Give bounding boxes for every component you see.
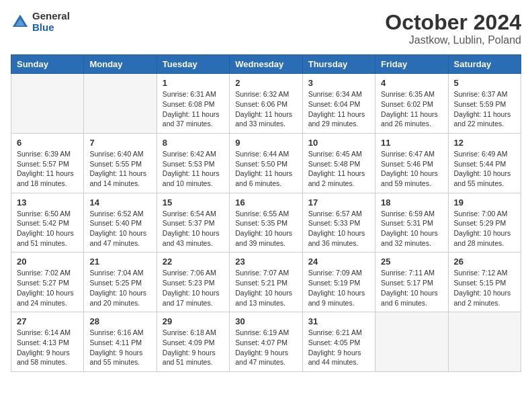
day-info: Sunrise: 6:44 AMSunset: 5:50 PMDaylight:… xyxy=(235,149,296,189)
day-number: 6 xyxy=(17,138,78,148)
day-info: Sunrise: 6:49 AMSunset: 5:44 PMDaylight:… xyxy=(454,149,515,189)
day-info: Sunrise: 6:52 AMSunset: 5:40 PMDaylight:… xyxy=(89,209,150,248)
day-info: Sunrise: 6:57 AMSunset: 5:33 PMDaylight:… xyxy=(308,209,369,248)
day-number: 25 xyxy=(381,257,442,267)
table-row: 10Sunrise: 6:45 AMSunset: 5:48 PMDayligh… xyxy=(302,133,375,193)
day-number: 5 xyxy=(454,78,515,88)
day-number: 1 xyxy=(163,78,224,88)
table-row: 18Sunrise: 6:59 AMSunset: 5:31 PMDayligh… xyxy=(375,193,448,253)
day-number: 18 xyxy=(381,197,442,208)
table-row: 15Sunrise: 6:54 AMSunset: 5:37 PMDayligh… xyxy=(157,193,229,253)
table-row: 13Sunrise: 6:50 AMSunset: 5:42 PMDayligh… xyxy=(11,193,84,253)
day-info: Sunrise: 6:37 AMSunset: 5:59 PMDaylight:… xyxy=(454,89,515,129)
table-row: 14Sunrise: 6:52 AMSunset: 5:40 PMDayligh… xyxy=(84,193,157,253)
col-monday: Monday xyxy=(84,55,157,74)
day-number: 3 xyxy=(308,78,369,88)
table-row: 21Sunrise: 7:04 AMSunset: 5:25 PMDayligh… xyxy=(84,253,157,312)
day-info: Sunrise: 6:16 AMSunset: 4:11 PMDaylight:… xyxy=(89,328,150,367)
day-info: Sunrise: 6:50 AMSunset: 5:42 PMDaylight:… xyxy=(17,209,78,248)
col-saturday: Saturday xyxy=(448,55,521,74)
day-info: Sunrise: 6:31 AMSunset: 6:08 PMDaylight:… xyxy=(163,89,224,129)
calendar-week-row: 27Sunrise: 6:14 AMSunset: 4:13 PMDayligh… xyxy=(11,312,521,372)
table-row: 23Sunrise: 7:07 AMSunset: 5:21 PMDayligh… xyxy=(230,253,302,312)
day-info: Sunrise: 7:06 AMSunset: 5:23 PMDaylight:… xyxy=(163,268,224,308)
table-row: 25Sunrise: 7:11 AMSunset: 5:17 PMDayligh… xyxy=(375,253,448,312)
logo: General Blue xyxy=(11,11,70,33)
day-info: Sunrise: 6:45 AMSunset: 5:48 PMDaylight:… xyxy=(308,149,369,189)
table-row: 20Sunrise: 7:02 AMSunset: 5:27 PMDayligh… xyxy=(11,253,84,312)
location-title: Jastkow, Lublin, Poland xyxy=(385,34,521,46)
table-row xyxy=(11,74,84,134)
day-info: Sunrise: 6:18 AMSunset: 4:09 PMDaylight:… xyxy=(163,328,224,367)
table-row: 7Sunrise: 6:40 AMSunset: 5:55 PMDaylight… xyxy=(84,133,157,193)
day-info: Sunrise: 6:39 AMSunset: 5:57 PMDaylight:… xyxy=(17,149,78,189)
day-info: Sunrise: 7:02 AMSunset: 5:27 PMDaylight:… xyxy=(17,268,78,308)
day-number: 15 xyxy=(163,197,224,208)
day-info: Sunrise: 7:00 AMSunset: 5:29 PMDaylight:… xyxy=(454,209,515,248)
logo-general-text: General xyxy=(32,11,70,22)
day-number: 17 xyxy=(308,197,369,208)
day-number: 19 xyxy=(454,197,515,208)
day-info: Sunrise: 6:42 AMSunset: 5:53 PMDaylight:… xyxy=(163,149,224,189)
day-info: Sunrise: 6:55 AMSunset: 5:35 PMDaylight:… xyxy=(235,209,296,248)
day-info: Sunrise: 7:09 AMSunset: 5:19 PMDaylight:… xyxy=(308,268,369,308)
table-row: 28Sunrise: 6:16 AMSunset: 4:11 PMDayligh… xyxy=(84,312,157,372)
title-area: October 2024 Jastkow, Lublin, Poland xyxy=(385,11,521,46)
table-row xyxy=(448,312,521,372)
col-thursday: Thursday xyxy=(302,55,375,74)
day-number: 10 xyxy=(308,138,369,148)
day-info: Sunrise: 6:32 AMSunset: 6:06 PMDaylight:… xyxy=(235,89,296,129)
day-number: 26 xyxy=(454,257,515,267)
table-row: 31Sunrise: 6:21 AMSunset: 4:05 PMDayligh… xyxy=(302,312,375,372)
col-tuesday: Tuesday xyxy=(157,55,229,74)
day-info: Sunrise: 7:07 AMSunset: 5:21 PMDaylight:… xyxy=(235,268,296,308)
table-row: 11Sunrise: 6:47 AMSunset: 5:46 PMDayligh… xyxy=(375,133,448,193)
day-info: Sunrise: 6:34 AMSunset: 6:04 PMDaylight:… xyxy=(308,89,369,129)
day-info: Sunrise: 6:19 AMSunset: 4:07 PMDaylight:… xyxy=(235,328,296,367)
logo-text: General Blue xyxy=(32,11,70,33)
table-row: 29Sunrise: 6:18 AMSunset: 4:09 PMDayligh… xyxy=(157,312,229,372)
table-row: 3Sunrise: 6:34 AMSunset: 6:04 PMDaylight… xyxy=(302,74,375,134)
col-friday: Friday xyxy=(375,55,448,74)
logo-blue-text: Blue xyxy=(32,22,70,34)
table-row: 19Sunrise: 7:00 AMSunset: 5:29 PMDayligh… xyxy=(448,193,521,253)
day-number: 13 xyxy=(17,197,78,208)
table-row: 16Sunrise: 6:55 AMSunset: 5:35 PMDayligh… xyxy=(230,193,302,253)
header: General Blue October 2024 Jastkow, Lubli… xyxy=(11,11,521,46)
day-number: 31 xyxy=(308,316,369,326)
day-info: Sunrise: 6:54 AMSunset: 5:37 PMDaylight:… xyxy=(163,209,224,248)
table-row: 4Sunrise: 6:35 AMSunset: 6:02 PMDaylight… xyxy=(375,74,448,134)
table-row: 5Sunrise: 6:37 AMSunset: 5:59 PMDaylight… xyxy=(448,74,521,134)
calendar-week-row: 6Sunrise: 6:39 AMSunset: 5:57 PMDaylight… xyxy=(11,133,521,193)
col-sunday: Sunday xyxy=(11,55,84,74)
table-row: 9Sunrise: 6:44 AMSunset: 5:50 PMDaylight… xyxy=(230,133,302,193)
table-row: 24Sunrise: 7:09 AMSunset: 5:19 PMDayligh… xyxy=(302,253,375,312)
day-number: 8 xyxy=(163,138,224,148)
col-wednesday: Wednesday xyxy=(230,55,302,74)
day-number: 4 xyxy=(381,78,442,88)
day-number: 27 xyxy=(17,316,78,326)
day-info: Sunrise: 6:21 AMSunset: 4:05 PMDaylight:… xyxy=(308,328,369,367)
day-number: 7 xyxy=(89,138,150,148)
day-info: Sunrise: 6:35 AMSunset: 6:02 PMDaylight:… xyxy=(381,89,442,129)
day-info: Sunrise: 6:40 AMSunset: 5:55 PMDaylight:… xyxy=(89,149,150,189)
day-number: 30 xyxy=(235,316,296,326)
calendar-table: Sunday Monday Tuesday Wednesday Thursday… xyxy=(11,54,521,372)
table-row: 30Sunrise: 6:19 AMSunset: 4:07 PMDayligh… xyxy=(230,312,302,372)
day-number: 20 xyxy=(17,257,78,267)
day-info: Sunrise: 7:04 AMSunset: 5:25 PMDaylight:… xyxy=(89,268,150,308)
calendar-week-row: 1Sunrise: 6:31 AMSunset: 6:08 PMDaylight… xyxy=(11,74,521,134)
table-row: 8Sunrise: 6:42 AMSunset: 5:53 PMDaylight… xyxy=(157,133,229,193)
day-number: 21 xyxy=(89,257,150,267)
table-row: 22Sunrise: 7:06 AMSunset: 5:23 PMDayligh… xyxy=(157,253,229,312)
table-row: 17Sunrise: 6:57 AMSunset: 5:33 PMDayligh… xyxy=(302,193,375,253)
calendar-header-row: Sunday Monday Tuesday Wednesday Thursday… xyxy=(11,55,521,74)
day-info: Sunrise: 6:14 AMSunset: 4:13 PMDaylight:… xyxy=(17,328,78,367)
table-row: 1Sunrise: 6:31 AMSunset: 6:08 PMDaylight… xyxy=(157,74,229,134)
day-number: 9 xyxy=(235,138,296,148)
table-row: 6Sunrise: 6:39 AMSunset: 5:57 PMDaylight… xyxy=(11,133,84,193)
day-number: 24 xyxy=(308,257,369,267)
day-number: 23 xyxy=(235,257,296,267)
table-row: 12Sunrise: 6:49 AMSunset: 5:44 PMDayligh… xyxy=(448,133,521,193)
table-row xyxy=(375,312,448,372)
